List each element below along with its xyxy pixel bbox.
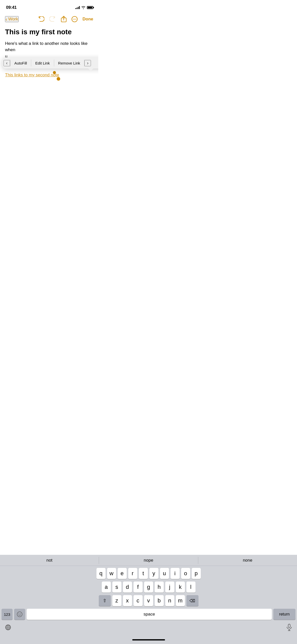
status-time: 09:41 (6, 5, 17, 10)
edit-link-menu-item[interactable]: Edit Link (31, 61, 54, 65)
context-menu-next[interactable]: › (84, 60, 91, 66)
selection-handle-bottom[interactable] (57, 77, 60, 81)
done-button[interactable]: Done (83, 17, 93, 22)
wifi-icon (81, 6, 85, 10)
selection-handle-top[interactable] (53, 71, 56, 74)
redo-button[interactable] (49, 16, 56, 22)
share-button[interactable] (61, 16, 67, 22)
battery-icon (87, 6, 93, 9)
toolbar-left: ‹ Work (5, 16, 19, 22)
remove-link-menu-item[interactable]: Remove Link (54, 61, 84, 65)
note-content: This is my first note Here's what a link… (0, 26, 98, 78)
toolbar: ‹ Work (0, 13, 98, 26)
back-chevron-icon: ‹ (6, 17, 7, 22)
note-body-text: Here's what a link to another note looks… (5, 41, 87, 52)
status-icons (75, 6, 93, 10)
back-button[interactable]: ‹ Work (5, 16, 19, 22)
link-text-area: This links to my second note (5, 73, 93, 78)
toolbar-actions: Done (38, 16, 93, 22)
signal-icon (75, 6, 80, 9)
status-bar: 09:41 (0, 0, 98, 13)
back-label: Work (8, 17, 18, 22)
more-button[interactable] (72, 16, 78, 22)
svg-point-3 (74, 19, 75, 20)
link-text[interactable]: This links to my second note (5, 73, 59, 77)
autofill-menu-item[interactable]: AutoFill (10, 61, 31, 65)
context-menu: ‹ AutoFill Edit Link Remove Link › (3, 57, 98, 69)
note-body: Here's what a link to another note looks… (5, 40, 93, 53)
svg-point-4 (75, 19, 76, 20)
note-title[interactable]: This is my first note (5, 28, 93, 36)
undo-button[interactable] (38, 16, 44, 22)
context-menu-prev[interactable]: ‹ (4, 60, 10, 66)
svg-point-2 (73, 19, 74, 20)
